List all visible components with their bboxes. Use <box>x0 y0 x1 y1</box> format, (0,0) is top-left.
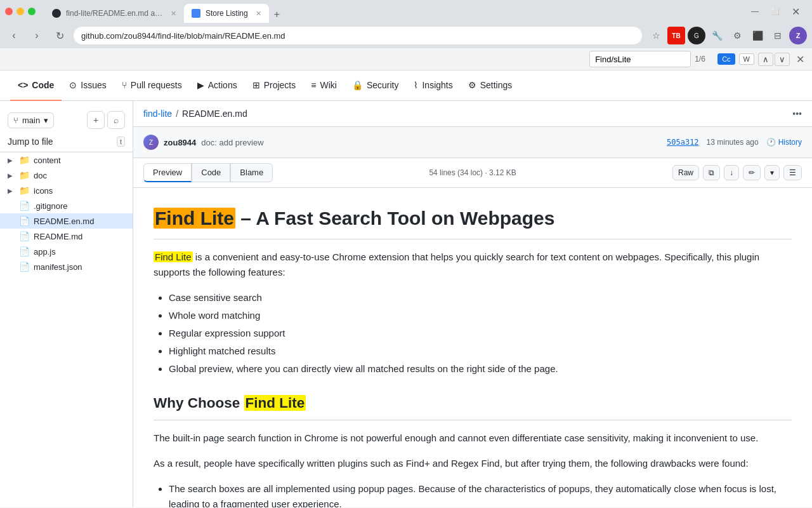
copy-raw-button[interactable]: ⧉ <box>703 165 720 180</box>
download-button[interactable]: ↓ <box>724 165 739 180</box>
tree-folder-doc[interactable]: ▶ 📁 doc <box>0 168 133 183</box>
nav-issues[interactable]: ⊙ Issues <box>62 70 114 101</box>
avatar: Z <box>143 135 159 150</box>
expand-icon: ▶ <box>8 187 15 194</box>
tree-file-appjs[interactable]: ▶ 📄 app.js <box>0 244 133 259</box>
window-minimize-btn[interactable]: — <box>746 3 764 20</box>
nav-code[interactable]: <> Code <box>10 70 62 101</box>
code-icon: <> <box>18 80 28 90</box>
tab-preview[interactable]: Preview <box>143 163 192 182</box>
new-tab-button[interactable]: + <box>269 6 285 23</box>
tree-file-manifest[interactable]: ▶ 📄 manifest.json <box>0 259 133 274</box>
back-button[interactable]: ‹ <box>5 27 23 44</box>
commit-right: 505a312 13 minutes ago 🕐 History <box>667 138 802 147</box>
actions-icon: ▶ <box>197 80 204 90</box>
find-count: 1/6 <box>695 55 714 64</box>
reload-button[interactable]: ↻ <box>51 27 69 44</box>
sidebar-header: ⑂ main ▾ + ⌕ <box>0 106 133 134</box>
find-close-button[interactable]: ✕ <box>794 53 807 65</box>
close-window-button[interactable] <box>5 8 13 15</box>
tree-file-readme[interactable]: ▶ 📄 README.md <box>0 229 133 244</box>
tree-file-gitignore[interactable]: ▶ 📄 .gitignore <box>0 198 133 213</box>
nav-settings-label: Settings <box>480 80 513 90</box>
file-icon: 📄 <box>19 262 30 272</box>
breadcrumb-more-options[interactable]: ••• <box>792 109 802 119</box>
address-bar-row: ‹ › ↻ ☆ TB G 🔧 ⚙ ⬛ ⊟ Z <box>0 23 812 48</box>
nav-security-label: Security <box>367 80 399 90</box>
tree-folder-content[interactable]: ▶ 📁 content <box>0 152 133 168</box>
breadcrumb-file: README.en.md <box>182 109 247 119</box>
feature-item-4: Highlight matched results <box>169 344 792 359</box>
branch-chevron: ▾ <box>44 116 48 125</box>
search-files-button[interactable]: ⌕ <box>107 111 125 129</box>
jump-to-bar[interactable]: Jump to file t <box>0 134 133 152</box>
more-options-button[interactable]: ▾ <box>764 165 780 180</box>
commit-hash-link[interactable]: 505a312 <box>667 138 699 147</box>
minimize-window-button[interactable] <box>16 8 24 15</box>
nav-actions-label: Actions <box>208 80 237 90</box>
address-input[interactable] <box>74 27 642 44</box>
split-icon[interactable]: ⊟ <box>769 27 787 44</box>
nav-wiki[interactable]: ≡ Wiki <box>303 70 344 101</box>
commit-username[interactable]: zou8944 <box>164 138 196 147</box>
nav-security[interactable]: 🔒 Security <box>344 70 407 101</box>
tab-store[interactable]: Store Listing ✕ <box>184 4 269 23</box>
branch-selector[interactable]: ⑂ main ▾ <box>8 112 54 128</box>
projects-icon: ⊞ <box>252 80 260 90</box>
tree-item-label: app.js <box>34 247 56 257</box>
nav-insights[interactable]: ⌇ Insights <box>406 70 460 101</box>
cast-icon[interactable]: ⬛ <box>749 27 766 44</box>
extension4-icon[interactable]: ⚙ <box>728 27 746 44</box>
file-tabs: Preview Code Blame <box>143 163 273 182</box>
nav-projects-label: Projects <box>264 80 296 90</box>
window-restore-btn[interactable]: ⬜ <box>766 3 784 20</box>
extension3-icon[interactable]: 🔧 <box>708 27 726 44</box>
nav-actions[interactable]: ▶ Actions <box>190 70 245 101</box>
find-bar: 1/6 Cc W ∧ ∨ ✕ <box>0 48 812 70</box>
profile-icon[interactable]: Z <box>789 27 807 44</box>
tree-folder-icons[interactable]: ▶ 📁 icons <box>0 183 133 198</box>
feature-item-5: Global preview, where you can directly v… <box>169 361 792 377</box>
whole-word-option[interactable]: W <box>739 53 754 65</box>
case-sensitive-option[interactable]: Cc <box>717 53 735 65</box>
folder-icon: 📁 <box>19 155 30 165</box>
extension2-icon[interactable]: G <box>688 27 705 44</box>
add-file-button[interactable]: + <box>87 111 105 129</box>
traffic-lights <box>5 8 36 15</box>
tree-item-label: README.md <box>34 232 82 241</box>
forward-button[interactable]: › <box>28 27 46 44</box>
extensions-icon[interactable]: TB <box>667 27 685 44</box>
tab-github-close[interactable]: ✕ <box>171 10 176 18</box>
nav-settings[interactable]: ⚙ Settings <box>461 70 520 101</box>
tree-item-label: .gitignore <box>34 201 67 211</box>
wiki-icon: ≡ <box>311 80 316 90</box>
tab-github-label: find-lite/README.en.md at ma... <box>66 9 163 18</box>
find-input[interactable] <box>589 51 691 67</box>
main-heading: Find Lite – A Fast Search Tool on Webpag… <box>154 203 792 239</box>
bookmark-icon[interactable]: ☆ <box>647 27 665 44</box>
outline-button[interactable]: ☰ <box>783 165 802 180</box>
window-close-btn[interactable]: ✕ <box>787 3 804 20</box>
feature-item-2: Whole word matching <box>169 308 792 323</box>
folder-icon: 📁 <box>19 170 30 180</box>
github-favicon <box>52 9 61 18</box>
settings-icon: ⚙ <box>468 80 476 90</box>
h1-text: – A Fast Search Tool on Webpages <box>235 208 554 229</box>
tab-github[interactable]: find-lite/README.en.md at ma... ✕ <box>44 4 184 23</box>
tree-file-readme-en[interactable]: ▶ 📄 README.en.md <box>0 213 133 229</box>
nav-projects[interactable]: ⊞ Projects <box>245 70 304 101</box>
maximize-window-button[interactable] <box>28 8 36 15</box>
tab-blame[interactable]: Blame <box>230 163 273 182</box>
tab-code[interactable]: Code <box>192 163 230 182</box>
tab-store-close[interactable]: ✕ <box>256 10 261 18</box>
find-next-button[interactable]: ∨ <box>775 53 790 66</box>
find-prev-button[interactable]: ∧ <box>758 53 773 66</box>
file-icon: 📄 <box>19 231 30 241</box>
edit-button[interactable]: ✏ <box>743 165 761 180</box>
nav-pull-requests[interactable]: ⑂ Pull requests <box>114 70 190 101</box>
drawback-item-1: The search boxes are all implemented usi… <box>169 481 792 507</box>
breadcrumb-repo-link[interactable]: find-lite <box>143 109 172 119</box>
intro-highlight: Find Lite <box>154 251 193 262</box>
raw-button[interactable]: Raw <box>672 165 699 180</box>
history-button[interactable]: 🕐 History <box>766 138 802 147</box>
